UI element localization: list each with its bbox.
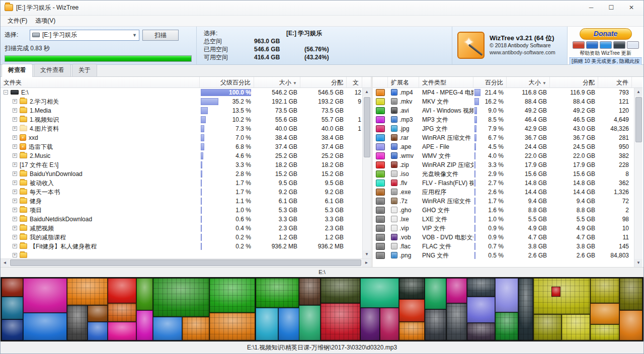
treemap-block[interactable] (360, 278, 398, 308)
extensions-vertical-scrollbar[interactable]: ▲ ▼ (634, 88, 642, 267)
scroll-up-icon[interactable]: ▲ (363, 88, 371, 96)
scan-button[interactable]: 扫描 (142, 30, 179, 41)
col-allocated[interactable]: 分配 (550, 77, 598, 87)
treemap-block[interactable] (380, 308, 399, 340)
col-extension[interactable]: 扩展名 (388, 77, 419, 87)
treemap-block[interactable] (551, 287, 560, 297)
scroll-up-icon[interactable]: ▲ (634, 88, 642, 96)
treemap-block[interactable] (360, 308, 379, 340)
tree-row[interactable]: +项目1.0 %5.3 GB5.3 GB (1, 206, 362, 215)
treemap-block[interactable] (518, 278, 534, 341)
treemap-block[interactable] (299, 305, 320, 340)
treemap-block[interactable] (136, 310, 153, 340)
treemap[interactable] (1, 277, 643, 342)
treemap-block[interactable] (320, 303, 360, 341)
treemap-block[interactable] (590, 324, 620, 340)
scroll-left-icon[interactable]: ◄ (1, 259, 9, 267)
extension-row[interactable]: .vipVIP 文件0.9 %4.9 GB4.9 GB10 (373, 224, 634, 233)
expander-icon[interactable]: + (13, 244, 17, 248)
tab-about[interactable]: 关于 (72, 64, 97, 76)
extension-row[interactable]: .lxeLXE 文件1.0 %5.5 GB5.5 GB98 (373, 215, 634, 224)
treemap-block[interactable] (467, 297, 495, 323)
treemap-block[interactable] (399, 278, 425, 299)
treemap-block[interactable] (153, 278, 209, 317)
payment-card-icon[interactable] (573, 41, 585, 49)
tree-row[interactable]: +⚡迅雷下载6.8 %37.4 GB37.4 GB (1, 142, 362, 151)
extension-row[interactable]: .iso光盘映像文件2.9 %15.6 GB15.6 GB8 (373, 169, 634, 179)
payment-card-icon[interactable] (586, 41, 598, 49)
extension-row[interactable]: .zipWinRAR ZIP 压缩文件3.3 %17.9 GB17.9 GB22… (373, 160, 634, 169)
col-size[interactable]: 大小 ▼ (507, 77, 550, 87)
tree-row[interactable]: +减肥视频0.4 %2.3 GB2.3 GB (1, 224, 362, 233)
treemap-block[interactable] (399, 322, 425, 340)
extension-row[interactable]: .7zWinRAR 压缩文件1.7 %9.4 GB9.4 GB72 (373, 197, 634, 206)
expander-icon[interactable]: + (13, 171, 17, 176)
expander-icon[interactable]: + (13, 144, 17, 149)
treemap-block[interactable] (590, 303, 620, 324)
treemap-block[interactable] (425, 278, 446, 309)
donate-button[interactable]: Donate (580, 28, 632, 40)
treemap-block[interactable] (533, 314, 561, 340)
treemap-block[interactable] (495, 312, 518, 340)
treemap-block[interactable] (2, 278, 23, 297)
treemap-block[interactable] (561, 314, 590, 340)
expander-icon[interactable]: + (13, 253, 17, 257)
treemap-block[interactable] (136, 278, 153, 311)
treemap-block[interactable] (2, 297, 23, 319)
col-allocated[interactable]: 分配 (300, 77, 347, 87)
treemap-block[interactable] (299, 278, 320, 306)
col-size[interactable]: 大小 ▼ (254, 77, 300, 87)
col-parent-percent[interactable]: 父级百分比 (200, 77, 254, 87)
expander-icon[interactable]: + (13, 235, 17, 239)
treemap-block[interactable] (67, 278, 108, 306)
expander-icon[interactable]: + (13, 117, 17, 122)
expander-icon[interactable]: + (13, 126, 17, 131)
treemap-block[interactable] (23, 313, 67, 340)
treemap-block[interactable] (67, 305, 88, 340)
tree-row[interactable]: +BaiduYunDownload2.8 %15.2 GB15.2 GB (1, 169, 362, 179)
expander-icon[interactable]: + (13, 199, 17, 203)
treemap-block[interactable] (533, 278, 590, 314)
payment-card-icon[interactable] (627, 41, 639, 49)
treemap-block[interactable] (88, 322, 108, 340)
treemap-block[interactable] (399, 299, 425, 322)
treemap-block[interactable] (182, 317, 209, 340)
maximize-button[interactable]: ☐ (601, 2, 621, 14)
treemap-block[interactable] (446, 303, 467, 341)
tree-row[interactable]: +⚡xxd7.0 %38.4 GB38.4 GB (1, 133, 362, 142)
treemap-block[interactable] (108, 278, 136, 303)
tree-row[interactable]: +被动收入1.7 %9.5 GB9.5 GB (1, 179, 362, 188)
extension-row[interactable]: .wmvWMV 文件4.0 %22.0 GB22.0 GB382 (373, 151, 634, 160)
col-folder[interactable]: 文件夹 (1, 77, 200, 87)
expander-icon[interactable]: + (13, 162, 17, 167)
extension-row[interactable]: .rarWinRAR 压缩文件6.7 %36.7 GB36.7 GB281 (373, 133, 634, 142)
treemap-block[interactable] (209, 278, 256, 313)
extension-row[interactable]: .mp3MP3 文件8.5 %46.4 GB46.5 GB4,649 (373, 115, 634, 124)
menu-item[interactable]: 文件(F) (4, 16, 31, 26)
tree-row[interactable]: +每天一本书1.7 %9.2 GB9.2 GB (1, 188, 362, 197)
extension-row[interactable]: .jpgJPG 文件7.9 %42.9 GB43.0 GB48,326 (373, 124, 634, 133)
minimize-button[interactable]: ─ (581, 2, 601, 14)
tree-row[interactable]: +1.Media13.5 %73.5 GB73.5 GB (1, 106, 362, 115)
tree-row[interactable]: +​ (1, 251, 362, 258)
treemap-block[interactable] (619, 310, 642, 340)
expander-icon[interactable]: − (4, 90, 8, 95)
scroll-down-icon[interactable]: ▼ (634, 259, 642, 267)
extension-row[interactable]: .apeAPE - File4.5 %24.4 GB24.5 GB950 (373, 142, 634, 151)
tree-row[interactable]: +我的减脂课程0.2 %1.2 GB1.2 GB (1, 233, 362, 242)
payment-card-icon[interactable] (613, 41, 625, 49)
website-link[interactable]: www.antibody-software.com (490, 49, 555, 56)
tree-row[interactable]: −E:\100.0 %546.2 GB546.5 GB12 (1, 88, 362, 97)
close-button[interactable]: ✕ (621, 2, 641, 14)
scroll-down-icon[interactable]: ▼ (363, 250, 371, 258)
treemap-block[interactable] (590, 278, 620, 303)
scrollbar-thumb[interactable] (10, 259, 361, 266)
extension-row[interactable]: .flacFLAC 文件0.7 %3.8 GB3.8 GB145 (373, 242, 634, 251)
treemap-block[interactable] (495, 278, 518, 313)
treemap-block[interactable] (619, 278, 642, 311)
extension-row[interactable]: .vobVOB - DVD 电影文件0.9 %4.7 GB4.7 GB11 (373, 233, 634, 242)
treemap-block[interactable] (108, 322, 136, 340)
tree-horizontal-scrollbar[interactable]: ◄ ► (1, 258, 371, 267)
treemap-block[interactable] (2, 319, 23, 340)
tree-row[interactable]: +4.图片资料7.3 %40.0 GB40.0 GB1 (1, 124, 362, 133)
